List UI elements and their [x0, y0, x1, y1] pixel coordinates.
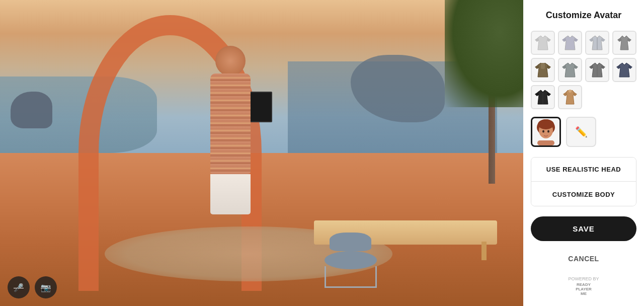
svg-point-39	[542, 130, 544, 133]
outfit-grid	[531, 31, 636, 109]
action-buttons-group: USE REALISTIC HEAD CUSTOMIZE BODY	[531, 157, 636, 206]
avatar-viewport: 🎤 📷	[0, 0, 523, 306]
outfit-item-8[interactable]	[612, 58, 636, 82]
svg-point-40	[547, 130, 549, 133]
svg-rect-38	[537, 140, 554, 145]
outfit-item-5[interactable]	[531, 58, 555, 82]
svg-point-37	[538, 119, 554, 129]
avatar-body	[210, 73, 251, 174]
customize-panel: Customize Avatar	[523, 0, 644, 306]
outfit-icon-1	[534, 34, 552, 52]
outfit-item-2[interactable]	[558, 31, 582, 55]
outfit-item-10[interactable]	[558, 85, 582, 109]
outfit-item-3[interactable]	[585, 31, 609, 55]
head-selector: ✏️	[531, 117, 636, 147]
head-edit-option[interactable]: ✏️	[566, 117, 596, 147]
rock-left	[11, 92, 52, 128]
head-avatar-option[interactable]	[531, 117, 561, 147]
svg-marker-17	[565, 63, 575, 77]
svg-marker-24	[619, 63, 629, 77]
avatar-head-preview	[532, 118, 559, 145]
avatar-legs	[210, 174, 251, 214]
cancel-button[interactable]: CANCEL	[531, 249, 636, 269]
outfit-icon-4	[615, 34, 633, 52]
chair-legs	[325, 266, 377, 288]
outfit-item-4[interactable]	[612, 31, 636, 55]
outfit-item-7[interactable]	[585, 58, 609, 82]
outfit-icon-5	[534, 61, 552, 79]
use-realistic-head-button[interactable]: USE REALISTIC HEAD	[531, 158, 636, 182]
powered-by-brand: READYPLAYERME	[568, 282, 599, 296]
mic-mute-button[interactable]: 🎤	[8, 276, 30, 298]
camera-icon: 📷	[41, 283, 51, 292]
powered-by-section: POWERED BY READYPLAYERME	[568, 276, 599, 296]
save-button[interactable]: SAVE	[531, 216, 636, 241]
chair-back	[330, 233, 371, 251]
media-controls: 🎤 📷	[8, 276, 57, 298]
panel-title: Customize Avatar	[546, 10, 622, 21]
outfit-icon-9	[534, 88, 552, 106]
outfit-icon-7	[588, 61, 606, 79]
outfit-icon-6	[561, 61, 579, 79]
outfit-item-6[interactable]	[558, 58, 582, 82]
mic-icon: 🎤	[14, 283, 24, 292]
table-leg-right	[481, 242, 487, 260]
outfit-item-1[interactable]	[531, 31, 555, 55]
video-mute-button[interactable]: 📷	[35, 276, 57, 298]
avatar-figure	[183, 46, 277, 290]
tree-top	[445, 0, 523, 107]
pencil-icon: ✏️	[575, 126, 588, 138]
svg-marker-0	[538, 36, 548, 50]
customize-body-button[interactable]: CUSTOMIZE BODY	[531, 183, 636, 206]
avatar-head	[215, 46, 246, 76]
svg-marker-10	[620, 36, 628, 50]
outfit-icon-2	[561, 34, 579, 52]
outfit-icon-8	[615, 61, 633, 79]
outfit-item-9[interactable]	[531, 85, 555, 109]
outfit-icon-3	[588, 34, 606, 52]
svg-marker-3	[565, 36, 575, 50]
svg-rect-16	[541, 63, 545, 69]
powered-by-label: POWERED BY	[568, 276, 599, 281]
outfit-icon-10	[561, 88, 579, 106]
svg-point-34	[569, 90, 572, 93]
